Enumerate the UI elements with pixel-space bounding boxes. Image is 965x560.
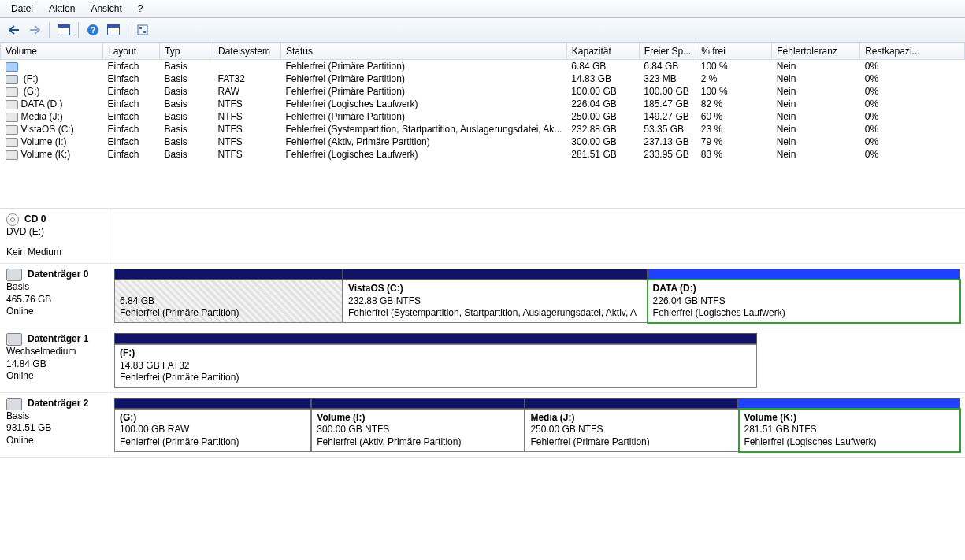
vol-name: Media (J:): [21, 111, 63, 122]
disk0-part1[interactable]: 6.84 GB Fehlerfrei (Primäre Partition): [114, 280, 343, 323]
disk0-part2-name: VistaOS (C:): [348, 283, 642, 295]
vol-cap: 14.83 GB: [566, 72, 639, 85]
col-layout[interactable]: Layout: [103, 43, 160, 60]
help-icon[interactable]: ?: [84, 20, 102, 39]
vol-free: 233.95 GB: [639, 148, 696, 161]
vol-rest: 0%: [860, 60, 965, 73]
disk2-row[interactable]: Datenträger 2 Basis 931.51 GB Online (G:…: [0, 393, 965, 458]
disk1-part1-name: (F:): [120, 347, 752, 360]
vol-fs: NTFS: [213, 98, 281, 110]
disk1-title: Datenträger 1: [28, 333, 88, 346]
disk-graphic-pane: CD 0 DVD (E:) Kein Medium Datenträger 0 …: [0, 208, 965, 458]
vol-rest: 0%: [860, 135, 965, 148]
vol-name: VistaOS (C:): [21, 124, 74, 135]
table-row[interactable]: Volume (I:)EinfachBasisNTFSFehlerfrei (A…: [1, 135, 965, 148]
volume-icon: [6, 150, 18, 160]
disk2-part4-name: Volume (K:): [744, 412, 956, 425]
menu-file[interactable]: Datei: [5, 2, 39, 16]
cd-title: CD 0: [24, 213, 46, 226]
vol-typ: Basis: [160, 148, 213, 161]
vol-status: Fehlerfrei (Primäre Partition): [281, 60, 567, 73]
vol-layout: Einfach: [103, 72, 160, 85]
disk2-part1-size: 100.00 GB RAW: [120, 424, 306, 436]
cd-row[interactable]: CD 0 DVD (E:) Kein Medium: [0, 209, 965, 264]
col-cap[interactable]: Kapazität: [566, 43, 639, 60]
disk2-cap-seg1: [114, 398, 311, 409]
vol-fault: Nein: [772, 72, 860, 85]
disk0-part1-size: 6.84 GB: [120, 295, 337, 308]
disk2-part3-status: Fehlerfrei (Primäre Partition): [530, 436, 733, 449]
properties-icon[interactable]: [104, 20, 123, 39]
disk1-row[interactable]: Datenträger 1 Wechselmedium 14.84 GB Onl…: [0, 328, 965, 393]
menu-action[interactable]: Aktion: [43, 2, 81, 16]
volume-icon: [6, 138, 18, 147]
col-fs[interactable]: Dateisystem: [213, 43, 281, 60]
disk0-cap-seg1: [114, 269, 343, 280]
table-row[interactable]: (F:)EinfachBasisFAT32Fehlerfrei (Primäre…: [1, 72, 965, 85]
vol-layout: Einfach: [103, 60, 160, 73]
vol-cap: 300.00 GB: [566, 135, 639, 148]
show-hide-console-tree-icon[interactable]: [54, 20, 73, 39]
table-row[interactable]: Volume (K:)EinfachBasisNTFSFehlerfrei (L…: [1, 148, 965, 161]
volume-icon: [6, 87, 18, 97]
vol-cap: 281.51 GB: [566, 148, 639, 161]
vol-typ: Basis: [160, 135, 213, 148]
disk2-part4-size: 281.51 GB NTFS: [744, 424, 956, 436]
col-rest[interactable]: Restkapazi...: [860, 43, 965, 60]
col-typ[interactable]: Typ: [160, 43, 213, 60]
vol-free: 185.47 GB: [639, 98, 696, 110]
forward-button[interactable]: [25, 20, 44, 39]
vol-rest: 0%: [860, 72, 965, 85]
col-status[interactable]: Status: [281, 43, 567, 60]
disk1-part1[interactable]: (F:) 14.83 GB FAT32 Fehlerfrei (Primäre …: [114, 344, 757, 388]
disk2-part4[interactable]: Volume (K:) 281.51 GB NTFS Fehlerfrei (L…: [739, 409, 961, 452]
col-free[interactable]: Freier Sp...: [639, 43, 696, 60]
vol-free: 53.35 GB: [639, 123, 696, 135]
table-row[interactable]: VistaOS (C:)EinfachBasisNTFSFehlerfrei (…: [1, 123, 965, 135]
vol-fault: Nein: [772, 85, 860, 98]
disk0-part2[interactable]: VistaOS (C:) 232.88 GB NTFS Fehlerfrei (…: [343, 280, 648, 323]
col-fault[interactable]: Fehlertoleranz: [772, 43, 860, 60]
disk2-title: Datenträger 2: [28, 398, 88, 410]
volume-icon: [6, 62, 18, 72]
col-pct[interactable]: % frei: [696, 43, 772, 60]
volume-icon: [6, 125, 18, 135]
vol-free: 149.27 GB: [639, 110, 696, 123]
vol-status: Fehlerfrei (Primäre Partition): [281, 110, 567, 123]
disk2-part2[interactable]: Volume (I:) 300.00 GB NTFS Fehlerfrei (A…: [311, 409, 525, 452]
vol-layout: Einfach: [103, 110, 160, 123]
disk2-part3-size: 250.00 GB NTFS: [530, 424, 733, 436]
disk2-part2-size: 300.00 GB NTFS: [317, 424, 519, 436]
vol-pct: 60 %: [696, 110, 772, 123]
disk0-title: Datenträger 0: [28, 269, 88, 281]
volume-table[interactable]: Volume Layout Typ Dateisystem Status Kap…: [0, 43, 965, 161]
table-row[interactable]: DATA (D:)EinfachBasisNTFSFehlerfrei (Log…: [1, 98, 965, 110]
vol-typ: Basis: [160, 98, 213, 110]
vol-fault: Nein: [772, 135, 860, 148]
vol-cap: 6.84 GB: [566, 60, 639, 73]
menu-help[interactable]: ?: [132, 2, 150, 16]
vol-fs: NTFS: [213, 135, 281, 148]
disk0-part3[interactable]: DATA (D:) 226.04 GB NTFS Fehlerfrei (Log…: [648, 280, 960, 323]
menu-view[interactable]: Ansicht: [84, 2, 128, 16]
table-row[interactable]: EinfachBasisFehlerfrei (Primäre Partitio…: [1, 60, 965, 73]
disk0-part2-status: Fehlerfrei (Systempartition, Startpartit…: [348, 307, 642, 320]
disk2-part1-status: Fehlerfrei (Primäre Partition): [120, 436, 306, 449]
col-volume[interactable]: Volume: [1, 43, 103, 60]
toolbar-separator: [128, 22, 128, 38]
vol-fs: FAT32: [213, 72, 281, 85]
vol-pct: 23 %: [696, 123, 772, 135]
disk1-part1-status: Fehlerfrei (Primäre Partition): [120, 372, 752, 384]
disk0-row[interactable]: Datenträger 0 Basis 465.76 GB Online 6.8…: [0, 264, 965, 328]
vol-free: 237.13 GB: [639, 135, 696, 148]
vol-status: Fehlerfrei (Logisches Laufwerk): [281, 98, 567, 110]
table-row[interactable]: Media (J:)EinfachBasisNTFSFehlerfrei (Pr…: [1, 110, 965, 123]
vol-name: (F:): [21, 73, 39, 84]
back-button[interactable]: [5, 20, 24, 39]
refresh-icon[interactable]: [133, 20, 152, 39]
disk2-part3[interactable]: Media (J:) 250.00 GB NTFS Fehlerfrei (Pr…: [525, 409, 738, 452]
disk2-part4-status: Fehlerfrei (Logisches Laufwerk): [744, 436, 956, 449]
disk1-type: Wechselmedium: [6, 346, 102, 358]
table-row[interactable]: (G:)EinfachBasisRAWFehlerfrei (Primäre P…: [1, 85, 965, 98]
disk2-part1[interactable]: (G:) 100.00 GB RAW Fehlerfrei (Primäre P…: [114, 409, 311, 452]
